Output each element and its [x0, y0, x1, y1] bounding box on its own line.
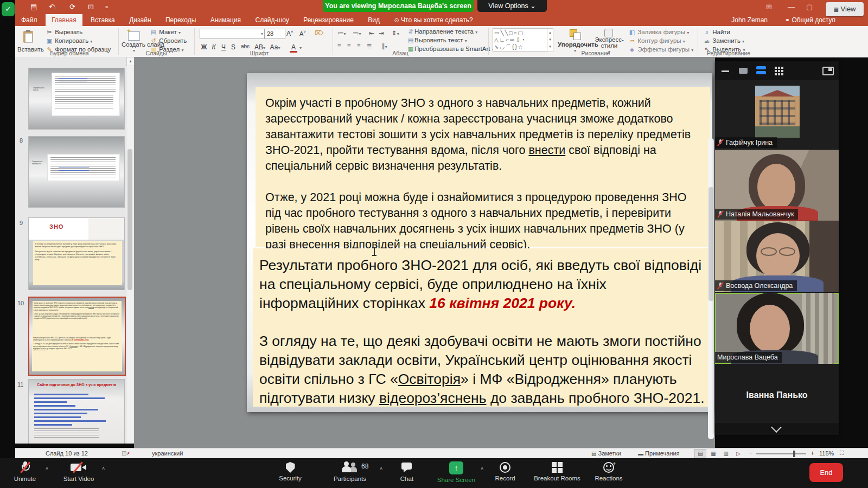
slide-textbox-lower[interactable]: Результати пробного ЗНО-2021 для осіб, я… — [253, 248, 712, 407]
zoom-percentage[interactable]: 115% — [819, 448, 834, 458]
thumbnail-slide-7[interactable]: Інформаційна картка — [28, 68, 125, 130]
decrease-indent-button[interactable]: ⇤ — [369, 29, 374, 37]
scroll-up-arrow[interactable]: ▲ — [126, 57, 134, 66]
tab-design[interactable]: Дизайн — [123, 14, 157, 26]
font-name-combo[interactable]: ▾ — [200, 29, 265, 39]
slide-counter[interactable]: Слайд 10 из 12 — [46, 448, 88, 458]
participant-tile-4-active-speaker[interactable]: Мирослава Вацеба — [715, 293, 839, 364]
start-slideshow-icon[interactable]: ⊡ — [88, 0, 94, 14]
breakout-rooms-button[interactable]: Breakout Rooms — [527, 461, 587, 481]
tab-view[interactable]: Вид — [362, 14, 386, 26]
zoom-in-button[interactable]: + — [810, 448, 815, 458]
participants-options-caret[interactable]: ˄ — [380, 466, 382, 471]
grow-font-button[interactable]: А˄ — [286, 29, 293, 37]
thumbnail-pane-scrollbar[interactable]: ▲ — [126, 57, 133, 444]
reading-view-button[interactable]: ▥ — [720, 449, 731, 459]
align-text-button[interactable]: ▤Выровнять текст ▾ — [407, 37, 467, 44]
zoom-view-button[interactable]: ▦ View — [826, 2, 864, 16]
participant-tile-3[interactable]: Воєвода Олександра — [715, 221, 839, 292]
tell-me-box[interactable]: ⊙ Что вы хотите сделать? — [388, 14, 478, 26]
record-button[interactable]: Record — [487, 461, 523, 481]
align-left-button[interactable]: ≡ — [337, 42, 341, 49]
zoom-slider[interactable] — [756, 453, 806, 454]
justify-button[interactable]: ≣ — [367, 42, 372, 50]
text-direction-button[interactable]: ⇵Направление текста ▾ — [407, 28, 477, 35]
tab-home[interactable]: Главная — [46, 14, 82, 26]
video-options-caret[interactable]: ˄ — [102, 466, 105, 471]
panel-chevron-down-icon[interactable] — [771, 422, 782, 433]
spellcheck-icon[interactable]: ◫✗ — [122, 448, 130, 459]
unmute-button[interactable]: Unmute — [5, 461, 44, 482]
tab-insert[interactable]: Вставка — [85, 14, 121, 26]
reset-button[interactable]: ↺ Сбросить — [150, 37, 187, 44]
reactions-button[interactable]: + Reactions — [587, 461, 630, 481]
shapes-scroll[interactable]: ▴▾▾ — [547, 28, 553, 52]
scrollbar-thumb[interactable] — [127, 149, 132, 290]
slide-canvas[interactable]: Окрім участі в пробному ЗНО з одного з н… — [247, 73, 712, 412]
tab-file[interactable]: Файл — [15, 14, 43, 26]
find-button[interactable]: ⌕ Найти — [703, 29, 730, 36]
redo-icon[interactable]: ⟳ — [69, 0, 75, 14]
font-color-button[interactable]: А — [290, 43, 297, 53]
layout-button[interactable]: ▤ Макет ▾ — [150, 29, 181, 36]
shapes-gallery[interactable]: ▭╲╲□○▢ △∟⌐⇨⇩◔ ∿◡⌒{}☆ — [493, 28, 548, 52]
notes-button[interactable]: ▤ Заметки — [591, 448, 621, 459]
tab-animations[interactable]: Анимация — [205, 14, 247, 26]
clear-formatting-button[interactable]: ⌦ — [315, 29, 323, 37]
speaker-view-icon[interactable] — [739, 68, 748, 74]
presentation-display-icon[interactable]: ⊞ — [766, 0, 772, 14]
comments-button[interactable]: ▬ Примечания — [638, 448, 680, 459]
save-icon[interactable]: ▤ — [30, 0, 37, 14]
font-color-caret[interactable]: ▾ — [299, 46, 302, 50]
scrollbar-thumb[interactable] — [709, 187, 713, 301]
thumbnail-slide-8[interactable]: Запрошення-перепустка — [28, 136, 125, 208]
participant-tile-1[interactable]: Гафійчук Ірина — [715, 80, 839, 149]
line-spacing-button[interactable]: ⇕▾ — [392, 29, 399, 37]
thumbnail-slide-10-selected[interactable]: Окрім участі в пробному ЗНО з одного з н… — [28, 297, 126, 376]
align-center-button[interactable]: ≡ — [347, 42, 351, 49]
shape-outline-button[interactable]: ▱ Контур фигуры ▾ — [628, 37, 685, 44]
fit-to-window-icon[interactable]: ⛶ — [840, 448, 844, 458]
thumbnail-slide-11[interactable]: Сайти підготовки до ЗНО з усіх предметів — [28, 379, 125, 444]
thumbnail-slide-9[interactable]: ЗНО З огляду на епідеміологічні загрози … — [28, 217, 125, 290]
italic-button[interactable]: К — [209, 43, 218, 51]
font-size-combo[interactable]: 28 — [265, 29, 285, 39]
increase-indent-button[interactable]: ⇥ — [379, 29, 384, 37]
slide-textbox-upper[interactable]: Окрім участі в пробному ЗНО з одного з н… — [256, 87, 710, 247]
customize-qat-icon[interactable]: ≡ — [105, 0, 108, 14]
chat-button[interactable]: Chat — [388, 461, 426, 482]
language-indicator[interactable]: украинский — [152, 448, 183, 458]
cut-button[interactable]: ✂ Вырезать — [46, 29, 82, 36]
picture-in-picture-icon[interactable] — [822, 67, 834, 75]
security-button[interactable]: Security — [269, 461, 312, 481]
end-meeting-button[interactable]: End — [809, 463, 843, 482]
editing-area-scrollbar[interactable] — [708, 138, 714, 439]
gallery-strip-view-icon-active[interactable] — [756, 66, 766, 69]
minimize-button[interactable]: — — [788, 0, 795, 14]
restore-button[interactable]: ▢ — [806, 0, 813, 14]
slideshow-view-button[interactable]: ▷ — [733, 449, 744, 459]
bold-button[interactable]: Ж — [200, 43, 208, 51]
share-screen-button[interactable]: ↑ Share Screen — [433, 461, 480, 483]
share-options-caret[interactable]: ˄ — [481, 466, 483, 471]
zoom-out-button[interactable]: − — [749, 448, 753, 458]
start-video-button[interactable]: Start Video — [54, 461, 103, 482]
undo-icon[interactable]: ↶▾ — [49, 0, 57, 15]
align-right-button[interactable]: ≡ — [357, 42, 361, 49]
copy-button[interactable]: ▣ Копировать ▾ — [46, 37, 92, 44]
slide-sorter-view-button[interactable]: ▦ — [708, 449, 719, 459]
tab-slideshow[interactable]: Слайд-шоу — [250, 14, 295, 26]
participants-button[interactable]: 68 Participants — [326, 461, 374, 482]
strikethrough-button[interactable]: abc — [239, 43, 252, 49]
underline-button[interactable]: Ч — [219, 43, 228, 51]
unmute-options-caret[interactable]: ˄ — [46, 466, 48, 471]
view-options-button[interactable]: View Options ⌄ — [477, 0, 547, 12]
minimize-panel-icon[interactable] — [722, 70, 729, 72]
shrink-font-button[interactable]: А˅ — [299, 29, 306, 37]
grid-view-icon[interactable] — [775, 67, 777, 69]
normal-view-button[interactable]: ▤ — [694, 449, 706, 458]
columns-button[interactable]: ∥▾ — [382, 42, 387, 50]
bullets-button[interactable]: ≔▾ — [337, 29, 346, 37]
tab-review[interactable]: Рецензирование — [297, 14, 360, 26]
participant-tile-5-name-only[interactable]: Іванна Панько — [715, 364, 839, 423]
